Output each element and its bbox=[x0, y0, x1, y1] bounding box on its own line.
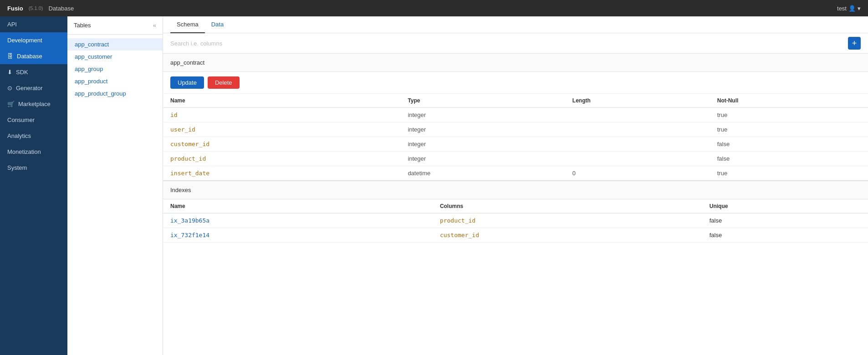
table-row: user_id integer true bbox=[163, 122, 868, 137]
table-item-app-product-group[interactable]: app_product_group bbox=[67, 87, 163, 100]
sidebar-item-label: Development bbox=[7, 37, 42, 44]
sidebar: API Development 🗄 Database ⬇ SDK ⊙ Gener… bbox=[0, 16, 67, 355]
table-section: app_contract Update Delete Name Type Len… bbox=[163, 54, 868, 181]
content-area: Schema Data + app_contract Update Delete bbox=[163, 16, 868, 355]
sidebar-item-api[interactable]: API bbox=[0, 16, 67, 32]
idx-header-unique: Unique bbox=[702, 199, 868, 213]
tab-schema[interactable]: Schema bbox=[170, 16, 205, 33]
add-button[interactable]: + bbox=[848, 37, 861, 50]
index-row: ix_732f1e14 customer_id false bbox=[163, 228, 868, 243]
tabs-bar: Schema Data bbox=[163, 16, 868, 33]
columns-table: Name Type Length Not-Null id integer tru… bbox=[163, 94, 868, 180]
table-section-header: app_contract bbox=[163, 54, 868, 72]
col-header-name: Name bbox=[163, 94, 400, 108]
field-type: integer bbox=[400, 152, 565, 166]
indexes-header: Indexes bbox=[163, 181, 868, 199]
sidebar-item-analytics[interactable]: Analytics bbox=[0, 128, 67, 144]
schema-content: app_contract Update Delete Name Type Len… bbox=[163, 54, 868, 355]
sidebar-item-label: Marketplace bbox=[18, 101, 51, 107]
field-type: integer bbox=[400, 122, 565, 137]
table-row: id integer true bbox=[163, 108, 868, 122]
field-name: insert_date bbox=[163, 166, 400, 181]
table-item-app-customer[interactable]: app_customer bbox=[67, 51, 163, 63]
indexes-table: Name Columns Unique ix_3a19b65a product_… bbox=[163, 199, 868, 243]
field-length bbox=[565, 137, 710, 152]
sidebar-item-consumer[interactable]: Consumer bbox=[0, 112, 67, 128]
idx-columns: customer_id bbox=[433, 228, 702, 243]
sidebar-item-label: API bbox=[7, 21, 17, 28]
main-layout: API Development 🗄 Database ⬇ SDK ⊙ Gener… bbox=[0, 16, 868, 355]
table-item-app-contract[interactable]: app_contract bbox=[67, 38, 163, 51]
search-input[interactable] bbox=[170, 40, 844, 47]
indexes-section: Indexes Name Columns Unique ix_3a19b65a … bbox=[163, 181, 868, 243]
generator-icon: ⊙ bbox=[7, 85, 12, 91]
chevron-down-icon: ▾ bbox=[858, 5, 861, 12]
marketplace-icon: 🛒 bbox=[7, 101, 15, 107]
idx-header-columns: Columns bbox=[433, 199, 702, 213]
idx-name: ix_3a19b65a bbox=[163, 213, 433, 228]
idx-name: ix_732f1e14 bbox=[163, 228, 433, 243]
idx-header-name: Name bbox=[163, 199, 433, 213]
brand-label: Fusio bbox=[7, 5, 23, 12]
idx-unique: false bbox=[702, 228, 868, 243]
field-length bbox=[565, 122, 710, 137]
field-type: integer bbox=[400, 108, 565, 122]
table-item-app-product[interactable]: app_product bbox=[67, 75, 163, 87]
table-row: product_id integer false bbox=[163, 152, 868, 166]
field-name: id bbox=[163, 108, 400, 122]
col-header-not-null: Not-Null bbox=[710, 94, 868, 108]
sidebar-item-label: Analytics bbox=[7, 132, 31, 139]
field-type: datetime bbox=[400, 166, 565, 181]
idx-unique: false bbox=[702, 213, 868, 228]
col-header-length: Length bbox=[565, 94, 710, 108]
sidebar-item-marketplace[interactable]: 🛒 Marketplace bbox=[0, 96, 67, 112]
sidebar-item-system[interactable]: System bbox=[0, 160, 67, 176]
field-name: user_id bbox=[163, 122, 400, 137]
tables-header-label: Tables bbox=[74, 22, 91, 29]
field-not-null: false bbox=[710, 152, 868, 166]
field-not-null: true bbox=[710, 166, 868, 181]
field-not-null: true bbox=[710, 108, 868, 122]
sidebar-item-label: Database bbox=[17, 53, 42, 60]
field-type: integer bbox=[400, 137, 565, 152]
update-button[interactable]: Update bbox=[170, 76, 204, 89]
sidebar-item-database[interactable]: 🗄 Database bbox=[0, 48, 67, 64]
delete-button[interactable]: Delete bbox=[208, 76, 240, 89]
page-title-topbar: Database bbox=[48, 5, 74, 12]
version-label: (5.1.0) bbox=[29, 5, 43, 11]
user-label: test bbox=[837, 5, 847, 12]
index-row: ix_3a19b65a product_id false bbox=[163, 213, 868, 228]
sidebar-item-label: Consumer bbox=[7, 117, 35, 123]
field-not-null: true bbox=[710, 122, 868, 137]
tab-data[interactable]: Data bbox=[205, 16, 230, 33]
action-buttons: Update Delete bbox=[163, 72, 868, 94]
download-icon: ⬇ bbox=[7, 69, 12, 76]
topbar-left: Fusio (5.1.0) Database bbox=[7, 5, 74, 12]
search-bar: + bbox=[163, 33, 868, 54]
field-name: product_id bbox=[163, 152, 400, 166]
sidebar-item-development[interactable]: Development bbox=[0, 32, 67, 48]
user-icon: 👤 bbox=[848, 5, 856, 12]
collapse-button[interactable]: « bbox=[153, 22, 156, 29]
table-row: insert_date datetime 0 true bbox=[163, 166, 868, 181]
idx-columns: product_id bbox=[433, 213, 702, 228]
database-icon: 🗄 bbox=[7, 53, 13, 60]
sidebar-item-generator[interactable]: ⊙ Generator bbox=[0, 80, 67, 96]
field-not-null: false bbox=[710, 137, 868, 152]
sidebar-item-label: System bbox=[7, 164, 27, 171]
field-length bbox=[565, 108, 710, 122]
table-item-app-group[interactable]: app_group bbox=[67, 63, 163, 75]
field-length bbox=[565, 152, 710, 166]
sidebar-item-label: SDK bbox=[16, 69, 28, 76]
topbar: Fusio (5.1.0) Database test 👤 ▾ bbox=[0, 0, 868, 16]
field-name: customer_id bbox=[163, 137, 400, 152]
sidebar-item-sdk[interactable]: ⬇ SDK bbox=[0, 64, 67, 80]
field-length: 0 bbox=[565, 166, 710, 181]
table-row: customer_id integer false bbox=[163, 137, 868, 152]
indexes-header-row: Name Columns Unique bbox=[163, 199, 868, 213]
tables-list: app_contract app_customer app_group app_… bbox=[67, 35, 163, 103]
sidebar-item-monetization[interactable]: Monetization bbox=[0, 144, 67, 160]
col-header-type: Type bbox=[400, 94, 565, 108]
sidebar-item-label: Monetization bbox=[7, 148, 41, 155]
user-menu[interactable]: test 👤 ▾ bbox=[837, 5, 861, 12]
